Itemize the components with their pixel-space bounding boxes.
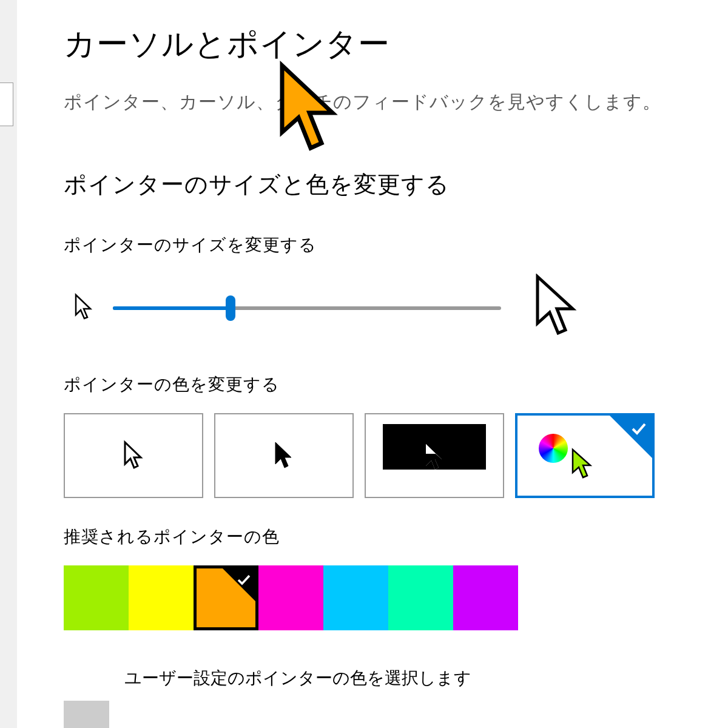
cursor-inverted-icon (422, 442, 447, 473)
suggested-colors-label: 推奨されるポインターの色 (64, 525, 707, 548)
color-option-custom[interactable] (515, 413, 655, 498)
suggested-color-swatches (64, 565, 707, 630)
swatch-teal[interactable] (388, 565, 453, 630)
cursor-white-icon (121, 440, 146, 471)
size-label: ポインターのサイズを変更する (64, 234, 707, 257)
check-icon (236, 572, 252, 592)
color-option-inverted[interactable] (365, 413, 504, 498)
swatch-lime[interactable] (64, 565, 129, 630)
slider-fill (113, 306, 229, 310)
slider-thumb[interactable] (226, 295, 235, 321)
small-cursor-icon (73, 293, 95, 323)
custom-color-swatch[interactable] (64, 701, 109, 728)
color-option-black[interactable] (214, 413, 354, 498)
cursor-black-icon (272, 440, 296, 471)
page-subtitle: ポインター、カーソル、タッチのフィードバックを見やすくします。 (64, 90, 707, 115)
section-heading: ポインターのサイズと色を変更する (64, 169, 707, 200)
swatch-orange[interactable] (194, 565, 258, 630)
pointer-size-slider[interactable] (113, 306, 501, 310)
pointer-color-options (64, 413, 707, 498)
color-label: ポインターの色を変更する (64, 373, 707, 396)
pointer-size-slider-row (73, 274, 707, 343)
swatch-cyan[interactable] (323, 565, 388, 630)
color-wheel-icon (539, 434, 568, 463)
sidebar-marker (0, 83, 13, 126)
color-option-white[interactable] (64, 413, 203, 498)
large-cursor-icon (531, 274, 584, 343)
check-icon (630, 420, 647, 442)
swatch-yellow[interactable] (129, 565, 194, 630)
swatch-purple[interactable] (453, 565, 518, 630)
main-content: カーソルとポインター ポインター、カーソル、タッチのフィードバックを見やすくしま… (64, 23, 707, 690)
page-title: カーソルとポインター (64, 23, 707, 66)
custom-color-label: ユーザー設定のポインターの色を選択します (124, 667, 707, 690)
swatch-magenta[interactable] (258, 565, 323, 630)
cursor-custom-icon (569, 447, 596, 481)
